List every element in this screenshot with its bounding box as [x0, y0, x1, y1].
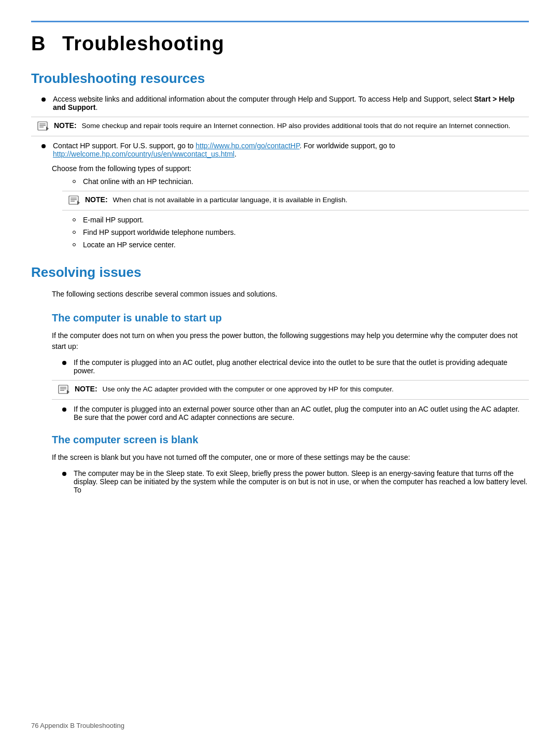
- unable-bullet-dot-1: [62, 361, 66, 365]
- resources-bullet-list-2: Contact HP support. For U.S. support, go…: [31, 142, 529, 158]
- sub-bullet-chat-text: Chat online with an HP technician.: [83, 177, 193, 186]
- screen-blank-block: The computer screen is blank If the scre…: [52, 434, 529, 494]
- sub-bullet-email: E-mail HP support.: [73, 216, 529, 224]
- unable-to-start-bullets-2: If the computer is plugged into an exter…: [52, 405, 529, 421]
- unable-to-start-title: The computer is unable to start up: [52, 312, 529, 324]
- sub-bullet-list: Chat online with an HP technician.: [73, 177, 529, 186]
- screen-blank-intro: If the screen is blank but you have not …: [52, 452, 529, 463]
- sub-bullet-phone-text: Find HP support worldwide telephone numb…: [83, 228, 236, 236]
- resolving-issues-section: Resolving issues The following sections …: [31, 264, 529, 494]
- sub-bullet-service: Locate an HP service center.: [73, 241, 529, 249]
- unable-bullet-1: If the computer is plugged into an AC ou…: [62, 358, 529, 375]
- sub-bullet-circle-2: [73, 218, 76, 221]
- note-icon-ac: [58, 385, 71, 395]
- footer-text: 76 Appendix B Troubleshooting: [31, 722, 124, 729]
- note-box-2: NOTE: When chat is not available in a pa…: [62, 191, 529, 210]
- bullet-dot-1: [41, 97, 46, 102]
- note-box-1: NOTE: Some checkup and repair tools requ…: [31, 117, 529, 136]
- hp-worldwide-link[interactable]: http://welcome.hp.com/country/us/en/wwco…: [53, 150, 234, 158]
- resolving-issues-intro: The following sections describe several …: [52, 289, 529, 300]
- unable-bullet-dot-2: [62, 407, 66, 412]
- screen-blank-bullet-1: The computer may be in the Sleep state. …: [62, 469, 529, 494]
- unable-to-start-block: The computer is unable to start up If th…: [52, 312, 529, 421]
- page-footer: 76 Appendix B Troubleshooting: [31, 722, 124, 729]
- sub-bullet-email-text: E-mail HP support.: [83, 216, 144, 224]
- sub-bullet-phone: Find HP support worldwide telephone numb…: [73, 228, 529, 236]
- screen-blank-bullets: The computer may be in the Sleep state. …: [52, 469, 529, 494]
- screen-blank-title: The computer screen is blank: [52, 434, 529, 446]
- note-1-content: NOTE: Some checkup and repair tools requ…: [54, 121, 510, 130]
- unable-to-start-bullets: If the computer is plugged into an AC ou…: [52, 358, 529, 375]
- unable-bullet-2: If the computer is plugged into an exter…: [62, 405, 529, 421]
- sub-bullet-list-2: E-mail HP support. Find HP support world…: [73, 216, 529, 249]
- chapter-title-text: Troubleshooting: [62, 33, 225, 54]
- svg-rect-5: [69, 196, 78, 204]
- sub-bullet-chat: Chat online with an HP technician.: [73, 177, 529, 186]
- note-icon-1: [37, 121, 50, 132]
- sub-bullet-circle-3: [73, 231, 76, 234]
- resolving-issues-title: Resolving issues: [31, 264, 529, 280]
- sub-bullets-container: Chat online with an HP technician. NOTE:…: [62, 177, 529, 249]
- bullet-dot-2: [41, 144, 46, 148]
- screen-blank-bullet-dot-1: [62, 472, 66, 476]
- choose-text: Choose from the following types of suppo…: [52, 163, 529, 174]
- troubleshooting-resources-title: Troubleshooting resources: [31, 71, 529, 87]
- hp-contact-link[interactable]: http://www.hp.com/go/contactHP: [195, 142, 300, 150]
- chapter-letter: B: [31, 33, 46, 54]
- svg-rect-10: [59, 385, 68, 393]
- note-icon-2: [68, 195, 81, 206]
- resources-bullet-2-text: Contact HP support. For U.S. support, go…: [53, 142, 529, 158]
- resources-bullet-list: Access website links and additional info…: [31, 95, 529, 111]
- troubleshooting-resources-section: Troubleshooting resources Access website…: [31, 71, 529, 249]
- resources-bullet-1: Access website links and additional info…: [41, 95, 529, 111]
- unable-bullet-2-text: If the computer is plugged into an exter…: [74, 405, 529, 421]
- note-ac-content: NOTE: Use only the AC adapter provided w…: [75, 385, 394, 393]
- sub-bullet-circle-4: [73, 243, 76, 246]
- resources-bullet-2: Contact HP support. For U.S. support, go…: [41, 142, 529, 158]
- note-box-ac: NOTE: Use only the AC adapter provided w…: [52, 380, 529, 400]
- unable-bullet-1-text: If the computer is plugged into an AC ou…: [74, 358, 529, 375]
- sub-bullet-service-text: Locate an HP service center.: [83, 241, 176, 249]
- svg-rect-0: [38, 122, 47, 130]
- chapter-title: B Troubleshooting: [31, 33, 529, 55]
- unable-to-start-intro: If the computer does not turn on when yo…: [52, 330, 529, 352]
- page-header: B Troubleshooting: [31, 21, 529, 55]
- resources-bullet-1-text: Access website links and additional info…: [53, 95, 529, 111]
- note-2-content: NOTE: When chat is not available in a pa…: [85, 195, 347, 204]
- screen-blank-bullet-1-text: The computer may be in the Sleep state. …: [74, 469, 529, 494]
- sub-bullet-circle-1: [73, 180, 76, 183]
